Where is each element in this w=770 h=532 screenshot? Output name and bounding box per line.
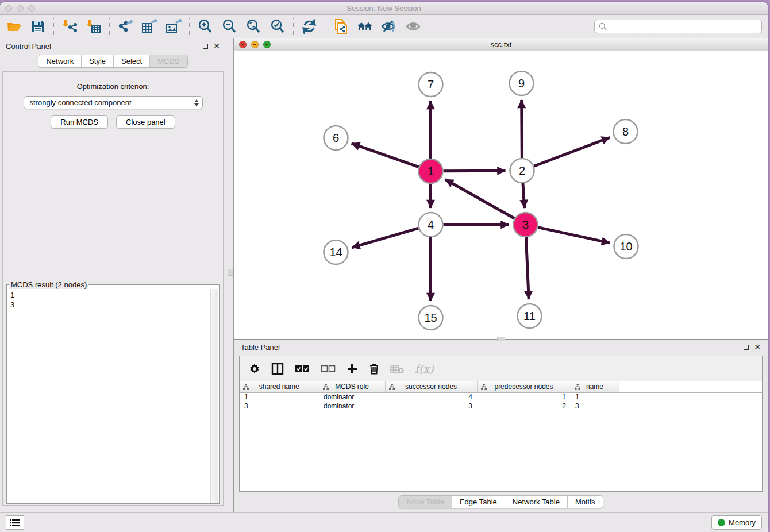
tab-motifs[interactable]: Motifs [568,496,603,508]
tab-network-table[interactable]: Network Table [505,496,568,508]
app-window: Session: New Session [0,2,768,532]
show-panels-icon[interactable] [405,18,421,34]
edge-1-2[interactable] [443,171,505,171]
cell[interactable]: 3 [385,402,477,411]
export-image-icon[interactable] [165,18,182,34]
horizontal-splitter-grip[interactable] [497,337,505,341]
table-row[interactable]: 1dominator411 [240,392,762,402]
node-label-3: 3 [522,218,529,231]
cell[interactable]: 4 [385,392,477,402]
window-titlebar: Session: New Session [0,2,768,15]
export-table-icon[interactable] [141,18,157,34]
cell[interactable]: dominator [319,402,385,411]
memory-button[interactable]: Memory [711,515,762,530]
save-session-icon[interactable] [30,18,46,34]
run-mcds-button[interactable]: Run MCDS [51,115,108,129]
float-panel-icon[interactable] [203,44,208,49]
network-graph[interactable]: 7968124314101511 [234,51,768,339]
node-label-10: 10 [619,240,632,253]
memory-label: Memory [729,518,756,527]
edge-3-10[interactable] [538,228,610,243]
list-icon [10,519,20,527]
table-settings-icon[interactable] [249,363,260,375]
column-header-predecessor-nodes[interactable]: predecessor nodes [477,381,571,392]
table-panel-title: Table Panel [241,343,280,352]
task-history-button[interactable] [6,515,24,530]
import-table-icon[interactable] [86,18,102,34]
edge-3-11[interactable] [526,237,529,299]
column-type-icon [389,384,395,390]
result-scrollbar[interactable] [210,289,218,503]
select-arrows-icon [194,99,199,106]
cell[interactable]: 1 [477,392,571,402]
zoom-in-icon[interactable] [197,18,213,34]
network-view-window: × − + scc.txt 7968124314101511 [234,38,768,340]
node-label-6: 6 [333,132,339,144]
network-canvas[interactable]: 7968124314101511 [234,51,768,339]
apply-function-icon: f(x) [415,363,434,375]
zoom-selected-icon[interactable] [270,18,286,34]
open-session-icon[interactable] [6,18,22,34]
search-input[interactable] [594,20,762,33]
cell[interactable]: 1 [571,392,619,402]
column-header-name[interactable]: name [571,381,619,392]
control-tab-network[interactable]: Network [38,55,82,67]
tab-edge-table[interactable]: Edge Table [452,496,505,508]
clone-network-icon[interactable] [333,18,349,34]
control-tab-style[interactable]: Style [82,55,114,67]
refresh-icon[interactable] [301,18,317,34]
select-all-icon[interactable] [295,365,310,373]
column-header-shared-name[interactable]: shared name [240,381,319,392]
deselect-all-icon[interactable] [321,365,336,373]
node-label-7: 7 [428,78,434,91]
float-table-panel-icon[interactable] [744,345,749,350]
table-panel: Table Panel ✕ [234,340,768,512]
column-panel-icon[interactable] [271,363,284,375]
mcds-result-title: MCDS result (2 nodes) [9,280,88,289]
cell[interactable]: 2 [477,402,571,411]
search-container [594,20,762,33]
import-network-icon[interactable] [61,18,78,34]
delete-row-icon[interactable] [369,363,379,375]
cell[interactable]: 1 [240,392,319,402]
window-title: Session: New Session [0,4,768,13]
cell[interactable]: 3 [240,402,319,411]
column-header-empty [619,381,762,392]
table-row[interactable]: 3dominator323 [240,402,762,411]
network-window-titlebar: × − + scc.txt [234,38,768,51]
edge-1-6[interactable] [352,144,419,167]
edge-2-3[interactable] [523,183,525,208]
node-label-9: 9 [518,77,525,90]
optimization-criterion-select[interactable]: strongly connected component [24,96,203,109]
edge-4-14[interactable] [352,228,418,248]
table-toolbar: f(x) [240,356,762,381]
control-panel-title: Control Panel [6,42,51,51]
node-label-2: 2 [519,164,525,177]
home-icon[interactable] [357,18,373,34]
column-header-MCDS-role[interactable]: MCDS role [319,381,385,392]
mcds-panel: Optimization criterion: strongly connect… [2,71,224,506]
control-panel: Control Panel ✕ NetworkStyleSelectMCDS O… [0,38,226,512]
mcds-result-text[interactable]: 1 3 [7,289,210,503]
zoom-out-icon[interactable] [221,18,237,34]
edge-2-8[interactable] [534,137,610,166]
splitter-grip[interactable] [228,269,233,276]
close-table-panel-icon[interactable]: ✕ [754,345,761,350]
export-network-icon[interactable] [117,18,133,34]
edge-2-9[interactable] [522,100,522,158]
control-tab-select[interactable]: Select [114,55,150,67]
add-row-icon[interactable] [346,363,358,375]
close-panel-button[interactable]: Close panel [116,115,175,129]
control-tab-mcds[interactable]: MCDS [150,55,187,67]
column-type-icon [481,384,487,390]
search-icon [599,22,607,30]
vertical-splitter[interactable] [226,38,234,512]
edge-3-1[interactable] [445,179,515,218]
cell[interactable]: 3 [571,402,619,411]
hide-panels-icon[interactable] [381,18,397,34]
close-panel-icon[interactable]: ✕ [213,44,220,49]
cell[interactable]: dominator [319,392,385,402]
zoom-fit-icon[interactable] [245,18,261,34]
column-header-successor-nodes[interactable]: successor nodes [385,381,477,392]
tab-node-table[interactable]: Node Table [399,496,452,508]
